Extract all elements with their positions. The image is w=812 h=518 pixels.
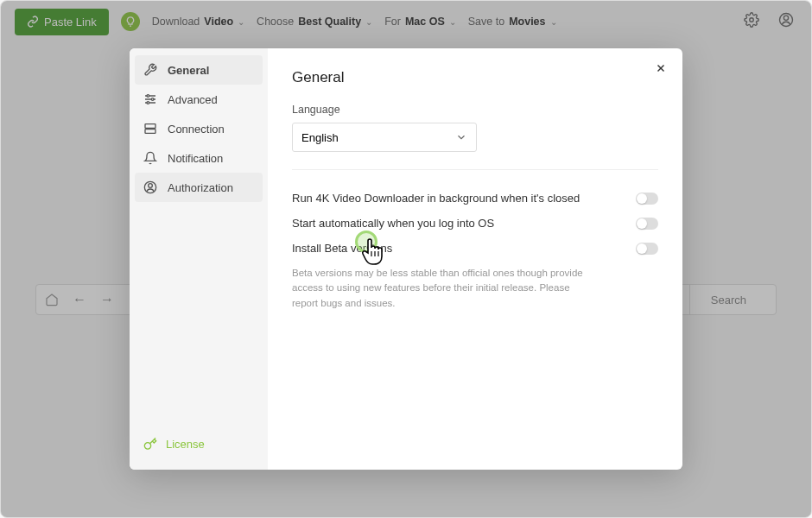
sidebar-item-notification[interactable]: Notification bbox=[130, 143, 268, 173]
sidebar-item-label: Notification bbox=[168, 152, 223, 165]
svg-point-11 bbox=[147, 102, 149, 104]
language-select[interactable]: English bbox=[292, 123, 477, 152]
language-value: English bbox=[301, 131, 339, 144]
svg-point-17 bbox=[149, 184, 153, 188]
preferences-sidebar: General Advanced Connection Notification… bbox=[130, 48, 268, 470]
setting-label: Start automatically when you log into OS bbox=[292, 217, 494, 230]
svg-rect-12 bbox=[145, 124, 155, 129]
license-label: License bbox=[166, 438, 205, 451]
sidebar-item-label: Authorization bbox=[168, 181, 233, 194]
preferences-modal: General Advanced Connection Notification… bbox=[130, 48, 682, 470]
divider bbox=[292, 169, 658, 170]
bell-icon bbox=[143, 151, 157, 165]
svg-point-5 bbox=[147, 95, 149, 98]
setting-label: Install Beta versions bbox=[292, 242, 392, 255]
modal-overlay: General Advanced Connection Notification… bbox=[1, 1, 811, 517]
toggle-beta[interactable] bbox=[636, 243, 658, 255]
svg-rect-13 bbox=[145, 130, 155, 134]
chevron-down-icon bbox=[455, 131, 467, 143]
preferences-content: General Language English Run 4K Video Do… bbox=[268, 48, 682, 470]
sidebar-item-label: General bbox=[168, 64, 209, 77]
sidebar-item-advanced[interactable]: Advanced bbox=[130, 85, 268, 114]
toggle-run-background[interactable] bbox=[636, 193, 658, 205]
toggle-autostart[interactable] bbox=[636, 218, 658, 230]
close-icon bbox=[655, 62, 667, 74]
sidebar-item-label: Connection bbox=[168, 123, 225, 136]
sidebar-item-authorization[interactable]: Authorization bbox=[135, 173, 263, 202]
key-icon bbox=[143, 437, 157, 451]
setting-run-background: Run 4K Video Downloader in background wh… bbox=[292, 186, 658, 211]
close-button[interactable] bbox=[655, 62, 667, 78]
sidebar-item-connection[interactable]: Connection bbox=[130, 114, 268, 143]
svg-point-8 bbox=[151, 98, 154, 101]
license-button[interactable]: License bbox=[130, 425, 268, 463]
setting-autostart: Start automatically when you log into OS bbox=[292, 211, 658, 236]
beta-helper-text: Beta versions may be less stable than of… bbox=[292, 266, 594, 311]
setting-label: Run 4K Video Downloader in background wh… bbox=[292, 192, 580, 205]
general-icon bbox=[143, 63, 157, 77]
sidebar-item-general[interactable]: General bbox=[135, 55, 263, 85]
sliders-icon bbox=[143, 92, 157, 106]
user-icon bbox=[143, 180, 157, 194]
setting-beta: Install Beta versions bbox=[292, 236, 658, 261]
server-icon bbox=[143, 122, 157, 136]
language-label: Language bbox=[292, 104, 658, 116]
page-title: General bbox=[292, 69, 658, 86]
sidebar-item-label: Advanced bbox=[168, 93, 218, 106]
